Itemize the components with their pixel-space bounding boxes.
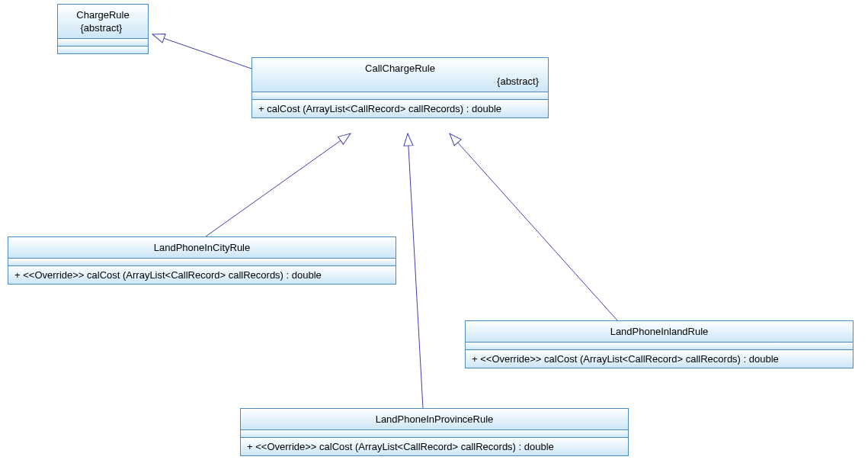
methods-section [58,46,148,53]
method: + <<Override>> calCost (ArrayList<CallRe… [14,269,389,281]
class-landphoneinlandrule: LandPhoneInlandRule + <<Override>> calCo… [465,320,854,368]
attributes-section [58,38,148,46]
method: + <<Override>> calCost (ArrayList<CallRe… [472,353,847,365]
class-title: LandPhoneInProvinceRule [247,413,622,425]
class-stereotype: {abstract} [258,76,542,87]
class-title: LandPhoneInlandRule [472,326,847,337]
class-landphoneincityrule: LandPhoneInCityRule + <<Override>> calCo… [8,236,396,285]
class-chargerule: ChargeRule {abstract} [57,4,149,54]
class-name-section: CallChargeRule {abstract} [252,58,548,92]
class-landphoneinprovincerule: LandPhoneInProvinceRule + <<Override>> c… [240,408,629,456]
class-name-section: ChargeRule {abstract} [58,5,148,38]
methods-section: + <<Override>> calCost (ArrayList<CallRe… [241,437,628,455]
class-title: ChargeRule [64,9,142,21]
class-callchargerule: CallChargeRule {abstract} + calCost (Arr… [251,57,549,118]
gen-callchargerule-chargerule [152,34,251,69]
method: + <<Override>> calCost (ArrayList<CallRe… [247,441,622,452]
methods-section: + <<Override>> calCost (ArrayList<CallRe… [466,349,853,368]
methods-section: + <<Override>> calCost (ArrayList<CallRe… [8,265,396,284]
class-title: CallChargeRule [258,63,542,74]
gen-province-callcharge [408,133,423,408]
class-stereotype: {abstract} [64,22,142,34]
method: + calCost (ArrayList<CallRecord> callRec… [258,103,542,114]
attributes-section [252,92,548,99]
class-name-section: LandPhoneInlandRule [466,321,853,342]
gen-inland-callcharge [450,133,617,320]
attributes-section [8,258,396,265]
attributes-section [241,429,628,437]
attributes-section [466,342,853,349]
methods-section: + calCost (ArrayList<CallRecord> callRec… [252,99,548,117]
class-name-section: LandPhoneInProvinceRule [241,409,628,429]
class-name-section: LandPhoneInCityRule [8,237,396,258]
gen-city-callcharge [206,133,351,236]
class-title: LandPhoneInCityRule [14,242,389,253]
